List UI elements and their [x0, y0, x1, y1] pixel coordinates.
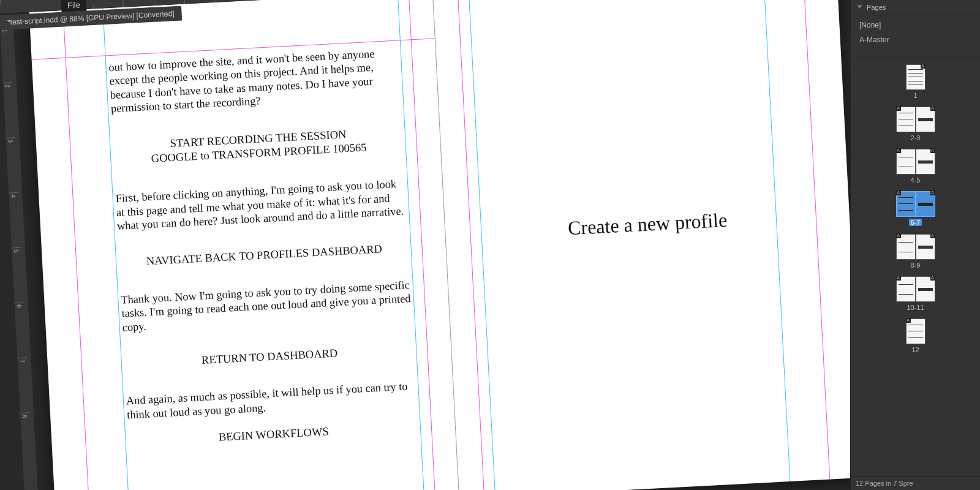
body-paragraph: Thank you. Now I'm going to ask you to t…	[121, 278, 413, 334]
thumb-spread-8-9[interactable]: A A 8-9	[896, 234, 935, 269]
spread[interactable]: out how to improve the site, and it won'…	[29, 0, 864, 490]
margin-guide	[63, 10, 90, 490]
column-guide	[469, 0, 496, 490]
pages-panel-tab[interactable]: Pages	[851, 0, 980, 15]
body-paragraph: out how to improve the site, and it won'…	[108, 45, 402, 115]
ruler-tick: 5	[12, 247, 24, 303]
master-none[interactable]: [None]	[851, 18, 980, 32]
body-paragraph: First, before clicking on anything, I'm …	[115, 176, 408, 233]
master-a[interactable]: A-Master	[851, 32, 980, 47]
ruler-tick: 4	[9, 192, 21, 248]
master-pages-list[interactable]: [None] A-Master	[851, 15, 980, 58]
pages-panel-title: Pages	[867, 4, 886, 11]
body-paragraph: And again, as much as possible, it will …	[126, 379, 418, 421]
page-heading: Create a new profile	[567, 209, 728, 239]
ruler-tick: 6	[15, 303, 27, 358]
page-thumbnails[interactable]: A 1 A A 2-3 A A 4-5 A A 6-7	[851, 58, 980, 401]
thumb-spread-10-11[interactable]: A A 10-11	[896, 276, 935, 311]
page-left[interactable]: out how to improve the site, and it won'…	[29, 0, 460, 490]
pages-panel-footer: 12 Pages in 7 Spre	[851, 476, 980, 490]
thumb-page-12[interactable]: A 12	[906, 318, 925, 353]
text-frame-left[interactable]: out how to improve the site, and it won'…	[108, 45, 420, 449]
script-heading: START RECORDING THE SESSION GOOGLE to TR…	[113, 124, 405, 167]
ruler-tick: 1	[0, 27, 12, 83]
ruler-tick: 7	[17, 357, 29, 413]
ruler-tick: 3	[6, 137, 18, 193]
column-guide	[763, 0, 790, 481]
page-right[interactable]: Create a new profile	[433, 0, 864, 490]
thumb-spread-6-7[interactable]: A A 6-7	[896, 191, 935, 227]
pages-panel[interactable]: Pages [None] A-Master A 1 A A 2-3 A A 4-…	[850, 0, 980, 490]
pages-count-label: 12 Pages in 7 Spre	[856, 480, 913, 487]
ruler-tick: 8	[20, 412, 32, 468]
document-viewport[interactable]: out how to improve the site, and it won'…	[28, 0, 900, 490]
script-heading: NAVIGATE BACK TO PROFILES DASHBOARD	[119, 241, 410, 270]
ruler-tick: 2	[3, 82, 15, 138]
margin-guide	[803, 0, 830, 480]
thumb-spread-4-5[interactable]: A A 4-5	[896, 149, 935, 184]
thumb-spread-2-3[interactable]: A A 2-3	[896, 107, 935, 141]
thumb-page-1[interactable]: A 1	[906, 64, 925, 99]
script-heading: BEGIN WORKFLOWS	[128, 420, 420, 449]
text-frame-right[interactable]: Create a new profile	[445, 202, 850, 246]
script-heading: RETURN TO DASHBOARD	[124, 342, 415, 371]
menu-file[interactable]: File	[67, 0, 81, 10]
